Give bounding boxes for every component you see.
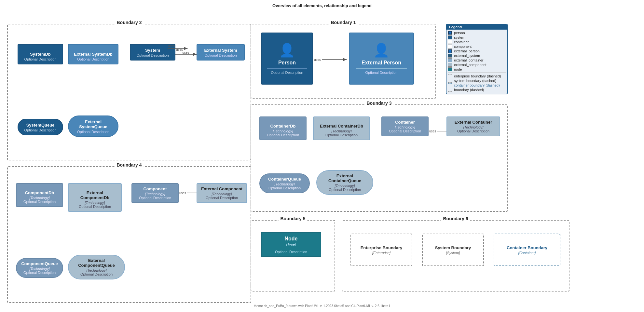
legend-row-ext-system: external_system [448,54,506,58]
ext-container-name: External Container [450,120,496,125]
ext-component-db-name: External ComponentDb [72,190,118,200]
container-desc: Optional Description [385,129,425,133]
external-person-card: 👤 External Person Optional Description [349,33,414,85]
legend-label-boundary: boundary (dashed) [454,88,484,92]
container-tech: [Technology] [385,125,425,129]
container-queue-name: ContainerQueue [263,177,306,182]
main-canvas: Boundary 2 SystemDb Optional Description… [0,10,644,309]
node-desc: Optional Description [265,250,317,254]
boundary-3: Boundary 3 ContainerDb [Technology] Opti… [251,104,508,212]
legend-icon-system [448,35,452,39]
component-db-name: ComponentDb [20,190,59,195]
container-db-card: ContainerDb [Technology] Optional Descri… [259,116,307,140]
legend-title: Legend [446,24,507,30]
component-queue-card: ComponentQueue [Technology] Optional Des… [16,258,63,278]
uses-arrow-person-wrap: uses [314,57,348,62]
boundary-2: Boundary 2 SystemDb Optional Description… [7,24,251,160]
ext-component-queue-desc: Optional Description [72,272,121,276]
legend-label-enterprise-boundary: enterprise boundary (dashed) [454,74,501,78]
legend-icon-ext-container [448,58,452,62]
component-db-desc: Optional Description [20,200,59,204]
component-queue-desc: Optional Description [20,271,59,275]
legend-label-system: system [454,35,465,39]
footer: theme cb_seq_PuBu_9 drawn with PlantUML … [254,304,390,308]
boundary-4-label: Boundary 4 [115,162,144,168]
ext-container-db-card: External ContainerDb [Technology] Option… [313,116,370,140]
ext-container-db-name: External ContainerDb [317,124,366,129]
enterprise-boundary-type: [Enterprise] [372,251,391,255]
boundary-3-label: Boundary 3 [364,101,393,106]
component-card: Component [Technology] Optional Descript… [131,183,179,203]
legend-icon-component [448,45,452,48]
legend-row-ext-component: external_component [448,63,506,67]
legend-row-container-boundary: container boundary (dashed) [448,83,506,87]
container-card: Container [Technology] Optional Descript… [381,116,429,136]
container-db-name: ContainerDb [263,124,303,129]
legend-row-container: container [448,40,506,44]
uses-arrow-person [322,57,348,62]
ext-component-name: External Component [200,186,243,191]
boundary-2-label: Boundary 2 [115,20,144,25]
legend-row-ext-container: external_container [448,58,506,62]
node-type: [Type] [265,242,317,246]
uses-label-person: uses [314,58,321,61]
system-queue-desc: Optional Description [21,128,59,132]
system-db-desc: Optional Description [21,57,59,61]
ext-component-queue-tech: [Technology] [72,268,121,272]
legend-icon-ext-person: 👤 [448,49,452,53]
node-name: Node [265,236,317,242]
system-queue-card: SystemQueue Optional Description [18,119,63,135]
legend-icon-person: 👤 [448,31,452,35]
ext-component-db-card: External ComponentDb [Technology] Option… [68,183,122,212]
system-name: System [134,48,171,53]
system-boundary-type: [System] [446,251,460,255]
container-queue-desc: Optional Description [263,186,306,190]
boundary-5-label: Boundary 5 [278,216,307,221]
system-db-name: SystemDb [21,52,59,57]
person-name: Person [278,60,296,66]
system-boundary-card: System Boundary [System] [422,234,484,266]
legend-row-node: node [448,67,506,71]
ext-component-card: External Component [Technology] Optional… [197,183,247,203]
legend-row-ext-person: 👤 external_person [448,49,506,53]
external-system-db-card: External SystemDb Optional Description [68,44,118,64]
legend-label-person: person [454,31,465,35]
enterprise-boundary-card: Enterprise Boundary [Enterprise] [350,234,412,266]
page-title: Overview of all elements, relationship a… [0,0,644,10]
ext-container-desc: Optional Description [450,129,496,133]
component-db-tech: [Technology] [20,196,59,200]
legend-label-component: component [454,45,472,48]
component-db-card: ComponentDb [Technology] Optional Descri… [16,183,63,207]
container-name: Container [385,120,425,125]
system-desc: Optional Description [134,53,171,57]
legend-label-ext-container: external_container [454,58,484,62]
container-boundary-name: Container Boundary [507,245,547,250]
ext-component-db-tech: [Technology] [72,201,118,205]
ext-system-db-desc: Optional Description [72,57,115,61]
legend-label-ext-component: external_component [454,63,486,67]
legend-row-component: component [448,45,506,48]
legend-icon-system-boundary [448,79,452,83]
legend-row-system: system [448,35,506,39]
external-system-card: External System Optional Description [197,44,245,61]
ext-system-db-name: External SystemDb [72,52,115,57]
boundary-6: Boundary 6 Enterprise Boundary [Enterpri… [342,220,569,292]
node-card: Node [Type] Optional Description [261,232,321,257]
ext-component-db-desc: Optional Description [72,205,118,209]
boundary-1-label: Boundary 1 [329,20,358,25]
component-desc: Optional Description [135,196,175,200]
component-queue-name: ComponentQueue [20,261,59,266]
legend-row-system-boundary: system boundary (dashed) [448,79,506,83]
ext-container-queue-card: External ContainerQueue [Technology] Opt… [316,170,373,195]
container-db-desc: Optional Description [263,133,303,137]
ext-system-queue-desc: Optional Description [72,130,115,134]
svg-text:uses: uses [182,51,189,54]
container-queue-card: ContainerQueue [Technology] Optional Des… [259,173,310,193]
ext-person-name: External Person [362,60,401,66]
container-boundary-card: Container Boundary [Container] [494,234,560,266]
legend-label-system-boundary: system boundary (dashed) [454,79,496,83]
ext-person-desc: Optional Description [365,71,397,75]
ext-container-queue-desc: Optional Description [320,188,369,192]
legend-icon-enterprise-boundary [448,74,452,78]
component-name: Component [135,186,175,191]
